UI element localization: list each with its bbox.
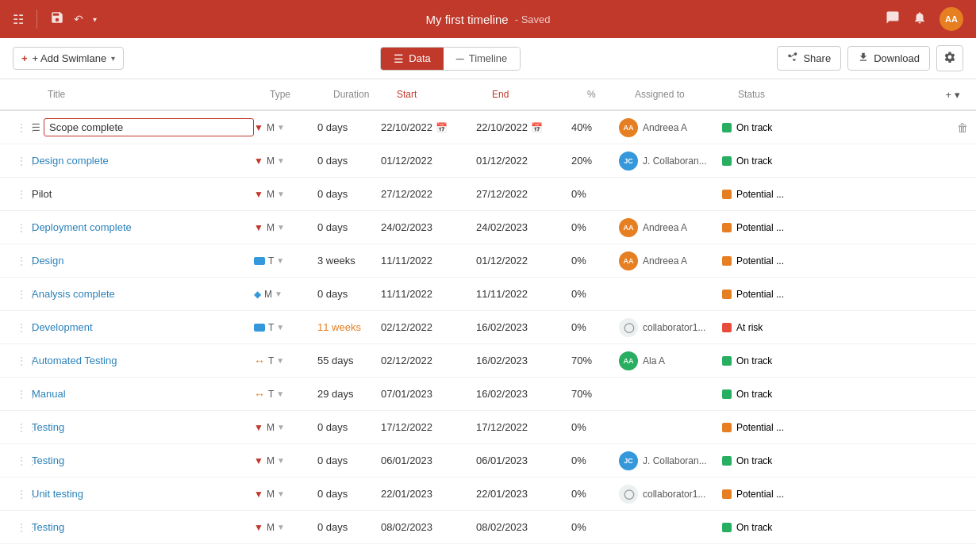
title-input[interactable]	[44, 118, 254, 136]
add-swimlane-button[interactable]: + + Add Swimlane ▾	[13, 47, 124, 70]
type-label: M	[267, 155, 275, 167]
drag-handle[interactable]: ⋮⋮	[16, 255, 32, 267]
add-column-button[interactable]: + ▾	[945, 89, 976, 101]
start-cell: 07/01/2023	[381, 388, 476, 400]
type-cell[interactable]: ▼ M ▼	[254, 155, 317, 167]
table-header: Title Type Duration Start End % Assigned…	[0, 79, 976, 111]
type-cell[interactable]: T ▼	[254, 322, 317, 333]
end-cell: 22/10/2022 📅	[476, 121, 571, 133]
type-dropdown-icon[interactable]: ▼	[276, 356, 284, 365]
download-button[interactable]: Download	[847, 46, 930, 71]
type-cell[interactable]: ▼ M ▼	[254, 489, 317, 500]
undo-dropdown-icon[interactable]: ▾	[93, 15, 97, 24]
diamond-icon: ◆	[254, 289, 261, 300]
title-link[interactable]: Unit testing	[32, 488, 83, 500]
status-label: Potential ...	[736, 222, 784, 233]
title-link[interactable]: Design complete	[32, 155, 109, 167]
drag-handle[interactable]: ⋮⋮	[16, 321, 32, 334]
delete-button[interactable]: 🗑	[957, 121, 976, 134]
calendar-icon[interactable]: 📅	[531, 122, 543, 133]
assigned-cell: AA Andreea A	[619, 251, 722, 270]
share-button[interactable]: Share	[777, 46, 841, 71]
drag-handle[interactable]: ⋮⋮	[16, 421, 32, 434]
type-cell[interactable]: ▼ M ▼	[254, 455, 317, 466]
task-icon	[254, 257, 265, 265]
percent-cell: 0%	[571, 188, 619, 200]
type-dropdown-icon[interactable]: ▼	[276, 323, 284, 332]
drag-handle[interactable]: ⋮⋮	[16, 388, 32, 401]
title-link[interactable]: Testing	[32, 421, 64, 433]
drag-handle[interactable]: ⋮⋮	[16, 355, 32, 367]
download-label: Download	[874, 52, 920, 64]
start-cell: 11/11/2022	[381, 255, 476, 267]
type-dropdown-icon[interactable]: ▼	[276, 389, 284, 398]
duration-cell: 0 days	[317, 288, 381, 300]
drag-handle[interactable]: ⋮⋮	[16, 121, 32, 134]
milestone-icon: ▼	[254, 422, 263, 433]
drag-handle[interactable]: ⋮⋮	[16, 188, 32, 201]
settings-button[interactable]	[936, 45, 963, 71]
title-text: Pilot	[32, 188, 52, 200]
row-adjust-icon[interactable]: ☰	[32, 122, 40, 133]
type-cell[interactable]: ▼ M ▼	[254, 189, 317, 200]
type-dropdown-icon[interactable]: ▼	[276, 256, 284, 265]
avatar[interactable]: AA	[939, 7, 963, 31]
save-icon[interactable]	[50, 10, 64, 28]
status-label: Potential ...	[736, 189, 784, 200]
title-link[interactable]: Manual	[32, 388, 66, 400]
topbar-right: AA	[886, 7, 963, 31]
title-cell: ☰	[32, 118, 254, 136]
title-link[interactable]: Analysis complete	[32, 288, 115, 300]
title-link[interactable]: Testing	[32, 455, 64, 466]
type-cell[interactable]: ▼ M ▼	[254, 522, 317, 533]
end-cell: 22/01/2023	[476, 488, 571, 500]
type-dropdown-icon[interactable]: ▼	[277, 123, 285, 132]
tab-data[interactable]: ☰ Data	[381, 48, 443, 70]
assigned-cell: AA Andreea A	[619, 218, 722, 237]
table-row: ⋮⋮ Design complete ▼ M ▼ 0 days 01/12/20…	[0, 144, 976, 178]
start-cell: 17/12/2022	[381, 421, 476, 433]
bell-icon[interactable]	[913, 10, 927, 28]
type-dropdown-icon[interactable]: ▼	[275, 290, 282, 298]
assigned-name: J. Collaboran...	[643, 455, 707, 466]
assigned-name: Andreea A	[643, 222, 687, 233]
drag-handle[interactable]: ⋮⋮	[16, 155, 32, 167]
undo-icon[interactable]: ↶	[74, 13, 83, 25]
type-dropdown-icon[interactable]: ▼	[277, 456, 285, 465]
type-cell[interactable]: ↔ T ▼	[254, 355, 317, 367]
drag-handle[interactable]: ⋮⋮	[16, 521, 32, 534]
comment-icon[interactable]	[886, 10, 900, 28]
drag-handle[interactable]: ⋮⋮	[16, 455, 32, 467]
grid-icon[interactable]: ☷	[13, 12, 24, 27]
type-cell[interactable]: ↔ T ▼	[254, 388, 317, 401]
drag-handle[interactable]: ⋮⋮	[16, 288, 32, 301]
clock-avatar: ◯	[619, 318, 638, 337]
table-row: ⋮⋮ Development T ▼ 11 weeks 02/12/2022 1…	[0, 311, 976, 344]
tab-timeline[interactable]: ─ Timeline	[444, 48, 521, 70]
title-link[interactable]: Deployment complete	[32, 221, 132, 233]
calendar-icon[interactable]: 📅	[436, 122, 448, 133]
title-link[interactable]: Design	[32, 255, 63, 267]
title-link[interactable]: Development	[32, 321, 93, 333]
type-dropdown-icon[interactable]: ▼	[277, 190, 285, 198]
type-dropdown-icon[interactable]: ▼	[277, 489, 285, 498]
title-link[interactable]: Automated Testing	[32, 355, 117, 366]
type-dropdown-icon[interactable]: ▼	[277, 223, 285, 232]
duration-cell: 3 weeks	[317, 255, 381, 267]
drag-handle[interactable]: ⋮⋮	[16, 488, 32, 501]
title-link[interactable]: Testing	[32, 521, 64, 533]
type-cell[interactable]: ◆ M ▼	[254, 289, 317, 300]
type-dropdown-icon[interactable]: ▼	[277, 523, 285, 531]
type-cell[interactable]: ▼ M ▼	[254, 222, 317, 233]
drag-handle[interactable]: ⋮⋮	[16, 221, 32, 234]
type-cell[interactable]: ▼ M ▼	[254, 122, 317, 133]
table-row: ⋮⋮ Manual ↔ T ▼ 29 days 07/01/2023 16/02…	[0, 378, 976, 411]
status-dot	[722, 123, 732, 132]
status-cell: Potential ...	[722, 289, 817, 300]
table-container[interactable]: Title Type Duration Start End % Assigned…	[0, 79, 976, 560]
type-dropdown-icon[interactable]: ▼	[277, 423, 285, 432]
type-cell[interactable]: T ▼	[254, 255, 317, 267]
type-dropdown-icon[interactable]: ▼	[277, 156, 285, 165]
type-cell[interactable]: ▼ M ▼	[254, 422, 317, 433]
assigned-name: collaborator1...	[643, 489, 705, 500]
